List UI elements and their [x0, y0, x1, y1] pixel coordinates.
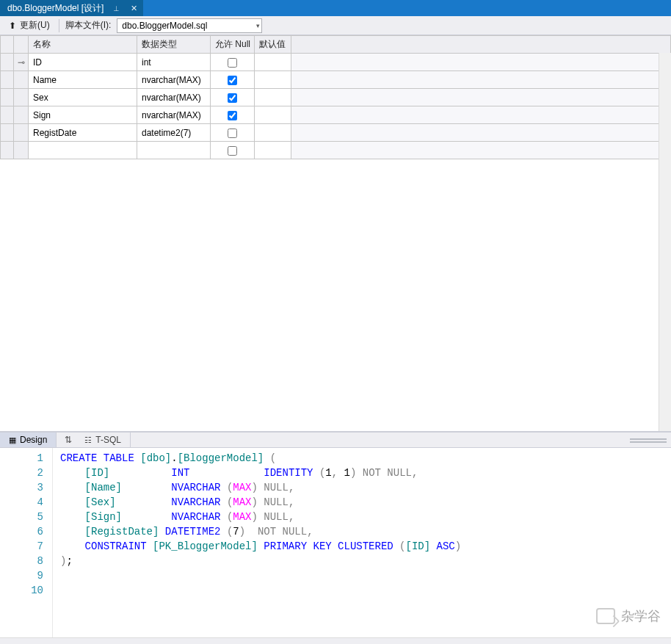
allow-null-checkbox[interactable] — [228, 146, 237, 156]
row-selector[interactable] — [1, 124, 14, 142]
script-file-combo[interactable]: dbo.BloggerModel.sql ▾ — [117, 18, 262, 33]
code-line[interactable]: [ID] INT IDENTITY (1, 1) NOT NULL, — [60, 466, 461, 480]
code-line[interactable]: [Sign] NVARCHAR (MAX) NULL, — [60, 510, 461, 524]
close-icon[interactable]: ✕ — [128, 3, 139, 13]
swap-icon: ⇅ — [65, 435, 72, 445]
table-row[interactable]: Namenvarchar(MAX) — [1, 71, 671, 89]
col-header-name[interactable]: 名称 — [29, 36, 137, 54]
resize-grip[interactable] — [630, 435, 667, 446]
allow-null-checkbox[interactable] — [228, 129, 237, 138]
cell-default[interactable] — [255, 124, 291, 142]
row-selector[interactable] — [1, 71, 14, 89]
cell-allow-null[interactable] — [211, 71, 255, 89]
design-grid-area: 名称 数据类型 允许 Null 默认值 ⊸IDintNamenvarchar(M… — [0, 35, 671, 432]
line-number-gutter: 12345678910 — [0, 448, 53, 637]
cell-allow-null[interactable] — [211, 124, 255, 142]
code-line[interactable]: CREATE TABLE [dbo].[BloggerModel] ( — [60, 451, 461, 466]
col-header-null[interactable]: 允许 Null — [211, 36, 255, 54]
line-number: 7 — [0, 539, 43, 554]
pk-indicator — [14, 89, 29, 106]
col-header-default[interactable]: 默认值 — [255, 36, 291, 54]
allow-null-checkbox[interactable] — [228, 58, 237, 68]
col-header-filler — [291, 36, 671, 54]
row-selector[interactable] — [1, 89, 14, 106]
chevron-down-icon: ▾ — [256, 22, 260, 29]
grid-header-row: 名称 数据类型 允许 Null 默认值 — [1, 36, 671, 54]
cell-type[interactable]: nvarchar(MAX) — [137, 89, 211, 106]
cell-type[interactable]: datetime2(7) — [137, 124, 211, 142]
cell-name[interactable]: RegistDate — [29, 124, 137, 142]
cell-filler — [291, 106, 671, 124]
table-row[interactable]: Signnvarchar(MAX) — [1, 106, 671, 124]
cell-name[interactable]: ID — [29, 54, 137, 71]
cell-allow-null[interactable] — [211, 142, 255, 159]
designer-lower-tabs: ▦ Design ⇅ ☷ T-SQL — [0, 432, 671, 448]
table-row[interactable]: RegistDatedatetime2(7) — [1, 124, 671, 142]
code-line[interactable]: ); — [60, 554, 461, 568]
code-line[interactable]: [Name] NVARCHAR (MAX) NULL, — [60, 480, 461, 495]
cell-default[interactable] — [255, 106, 291, 124]
tab-design[interactable]: ▦ Design — [0, 433, 57, 447]
tab-design-label: Design — [20, 435, 47, 445]
sql-editor[interactable]: 12345678910 CREATE TABLE [dbo].[BloggerM… — [0, 448, 671, 637]
update-button[interactable]: ⬆ 更新(U) — [4, 18, 53, 33]
cell-default[interactable] — [255, 142, 291, 159]
cell-name[interactable]: Name — [29, 71, 137, 89]
allow-null-checkbox[interactable] — [228, 76, 237, 85]
code-line[interactable]: [RegistDate] DATETIME2 (7) NOT NULL, — [60, 524, 461, 539]
cell-default[interactable] — [255, 71, 291, 89]
cell-type[interactable]: int — [137, 54, 211, 71]
cell-default[interactable] — [255, 54, 291, 71]
pk-indicator — [14, 124, 29, 142]
cell-type[interactable]: nvarchar(MAX) — [137, 71, 211, 89]
cell-filler — [291, 54, 671, 71]
cell-name[interactable]: Sign — [29, 106, 137, 124]
cell-filler — [291, 89, 671, 106]
cell-default[interactable] — [255, 89, 291, 106]
col-header-type[interactable]: 数据类型 — [137, 36, 211, 54]
line-number: 5 — [0, 510, 43, 524]
tab-tsql[interactable]: ☷ T-SQL — [76, 433, 131, 447]
pk-indicator — [14, 106, 29, 124]
cell-name[interactable] — [29, 142, 137, 159]
table-row[interactable]: ⊸IDint — [1, 54, 671, 71]
sql-code-area[interactable]: CREATE TABLE [dbo].[BloggerModel] ( [ID]… — [53, 448, 461, 637]
row-selector[interactable] — [1, 54, 14, 71]
table-row[interactable]: Sexnvarchar(MAX) — [1, 89, 671, 106]
allow-null-checkbox[interactable] — [228, 93, 237, 103]
grid-icon: ▦ — [9, 435, 16, 445]
vertical-scrollbar[interactable] — [659, 53, 671, 431]
cell-type[interactable] — [137, 142, 211, 159]
table-row-new[interactable] — [1, 142, 671, 159]
update-icon: ⬆ — [7, 21, 18, 31]
cell-filler — [291, 124, 671, 142]
cell-allow-null[interactable] — [211, 54, 255, 71]
line-number: 4 — [0, 495, 43, 510]
code-line[interactable]: CONSTRAINT [PK_BloggerModel] PRIMARY KEY… — [60, 539, 461, 554]
row-selector[interactable] — [1, 106, 14, 124]
swap-panes-button[interactable]: ⇅ — [61, 433, 76, 447]
toolbar-separator — [59, 19, 59, 32]
allow-null-checkbox[interactable] — [228, 111, 237, 120]
cell-type[interactable]: nvarchar(MAX) — [137, 106, 211, 124]
line-number: 1 — [0, 451, 43, 466]
code-line[interactable] — [60, 583, 461, 598]
sql-icon: ☷ — [84, 435, 92, 445]
cell-allow-null[interactable] — [211, 89, 255, 106]
key-icon: ⊸ — [18, 57, 25, 68]
cell-filler — [291, 142, 671, 159]
document-tab-title: dbo.BloggerModel [设计] — [7, 2, 104, 15]
status-strip — [0, 637, 671, 644]
code-line[interactable] — [60, 568, 461, 583]
row-selector[interactable] — [1, 142, 14, 159]
document-tab[interactable]: dbo.BloggerModel [设计] ⟂ ✕ — [0, 0, 143, 16]
columns-grid[interactable]: 名称 数据类型 允许 Null 默认值 ⊸IDintNamenvarchar(M… — [0, 35, 671, 159]
code-line[interactable]: [Sex] NVARCHAR (MAX) NULL, — [60, 495, 461, 510]
cell-name[interactable]: Sex — [29, 89, 137, 106]
pin-icon[interactable]: ⟂ — [111, 3, 121, 13]
cell-allow-null[interactable] — [211, 106, 255, 124]
line-number: 3 — [0, 480, 43, 495]
key-header — [14, 36, 29, 54]
script-file-label: 脚本文件(I): — [65, 19, 112, 32]
line-number: 6 — [0, 524, 43, 539]
